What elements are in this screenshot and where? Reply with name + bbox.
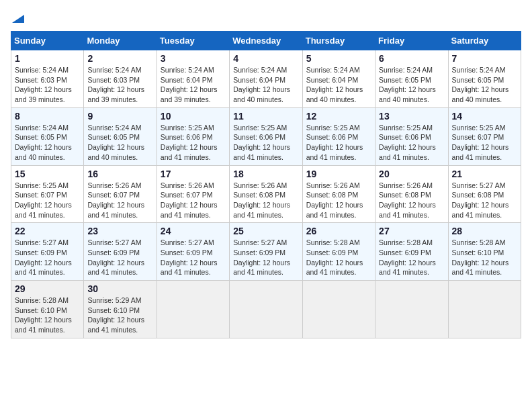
day-info: Sunrise: 5:28 AMSunset: 6:10 PMDaylight:… <box>15 295 80 335</box>
sunrise-text: Sunrise: 5:25 AM <box>233 124 287 132</box>
daylight-text: Daylight: 12 hours and 41 minutes. <box>452 201 509 219</box>
daylight-text: Daylight: 12 hours and 41 minutes. <box>161 259 218 277</box>
day-number: 18 <box>233 169 298 179</box>
sunrise-text: Sunrise: 5:29 AM <box>87 296 141 304</box>
weekday-header-sunday: Sunday <box>11 32 84 50</box>
calendar-cell: 12Sunrise: 5:25 AMSunset: 6:06 PMDayligh… <box>302 107 375 165</box>
daylight-text: Daylight: 12 hours and 41 minutes. <box>452 143 509 161</box>
day-number: 11 <box>233 111 298 122</box>
calendar-week-1: 1Sunrise: 5:24 AMSunset: 6:03 PMDaylight… <box>11 50 521 108</box>
day-info: Sunrise: 5:26 AMSunset: 6:07 PMDaylight:… <box>87 181 152 220</box>
sunset-text: Sunset: 6:06 PM <box>379 133 431 141</box>
day-number: 23 <box>87 226 152 236</box>
daylight-text: Daylight: 12 hours and 41 minutes. <box>233 201 290 219</box>
daylight-text: Daylight: 12 hours and 41 minutes. <box>15 259 72 277</box>
day-number: 13 <box>379 111 444 122</box>
calendar-week-3: 15Sunrise: 5:25 AMSunset: 6:07 PMDayligh… <box>11 165 521 223</box>
day-info: Sunrise: 5:24 AMSunset: 6:05 PMDaylight:… <box>15 123 80 163</box>
day-number: 21 <box>452 169 517 179</box>
day-info: Sunrise: 5:24 AMSunset: 6:05 PMDaylight:… <box>452 65 517 105</box>
daylight-text: Daylight: 12 hours and 41 minutes. <box>306 143 363 161</box>
weekday-header-saturday: Saturday <box>448 32 521 50</box>
sunset-text: Sunset: 6:08 PM <box>379 191 431 199</box>
day-info: Sunrise: 5:27 AMSunset: 6:09 PMDaylight:… <box>87 238 152 277</box>
calendar-cell: 15Sunrise: 5:25 AMSunset: 6:07 PMDayligh… <box>11 165 84 223</box>
calendar-cell: 4Sunrise: 5:24 AMSunset: 6:04 PMDaylight… <box>230 50 302 108</box>
sunrise-text: Sunrise: 5:24 AM <box>161 66 214 74</box>
daylight-text: Daylight: 12 hours and 41 minutes. <box>87 201 144 219</box>
day-number: 16 <box>87 169 152 179</box>
day-info: Sunrise: 5:27 AMSunset: 6:09 PMDaylight:… <box>233 238 298 277</box>
day-number: 29 <box>15 283 80 294</box>
calendar-week-2: 8Sunrise: 5:24 AMSunset: 6:05 PMDaylight… <box>11 107 521 165</box>
day-number: 19 <box>306 169 371 179</box>
calendar-cell <box>302 281 375 338</box>
calendar-cell: 10Sunrise: 5:25 AMSunset: 6:06 PMDayligh… <box>157 107 229 165</box>
daylight-text: Daylight: 12 hours and 41 minutes. <box>87 316 144 334</box>
day-info: Sunrise: 5:26 AMSunset: 6:07 PMDaylight:… <box>161 181 226 220</box>
day-number: 27 <box>379 226 444 236</box>
daylight-text: Daylight: 12 hours and 39 minutes. <box>15 85 72 103</box>
sunrise-text: Sunrise: 5:28 AM <box>15 296 69 304</box>
day-number: 24 <box>161 226 226 236</box>
sunset-text: Sunset: 6:08 PM <box>452 191 504 199</box>
day-number: 10 <box>161 111 226 122</box>
sunset-text: Sunset: 6:05 PM <box>379 76 431 84</box>
day-number: 28 <box>452 226 517 236</box>
weekday-header-thursday: Thursday <box>302 32 375 50</box>
calendar-cell: 2Sunrise: 5:24 AMSunset: 6:03 PMDaylight… <box>84 50 157 108</box>
day-number: 8 <box>15 111 80 122</box>
daylight-text: Daylight: 12 hours and 40 minutes. <box>233 85 290 103</box>
sunrise-text: Sunrise: 5:26 AM <box>87 181 141 189</box>
sunrise-text: Sunrise: 5:27 AM <box>233 238 287 246</box>
sunrise-text: Sunrise: 5:28 AM <box>452 238 506 246</box>
sunrise-text: Sunrise: 5:24 AM <box>87 124 141 132</box>
sunset-text: Sunset: 6:06 PM <box>161 133 213 141</box>
sunrise-text: Sunrise: 5:26 AM <box>379 181 433 189</box>
sunrise-text: Sunrise: 5:24 AM <box>452 66 506 74</box>
daylight-text: Daylight: 12 hours and 40 minutes. <box>452 85 509 103</box>
header <box>11 11 521 26</box>
calendar-week-4: 22Sunrise: 5:27 AMSunset: 6:09 PMDayligh… <box>11 223 521 281</box>
sunrise-text: Sunrise: 5:24 AM <box>233 66 287 74</box>
calendar-cell: 25Sunrise: 5:27 AMSunset: 6:09 PMDayligh… <box>230 223 302 281</box>
day-number: 5 <box>306 53 371 64</box>
sunset-text: Sunset: 6:10 PM <box>15 306 67 314</box>
daylight-text: Daylight: 12 hours and 41 minutes. <box>161 201 218 219</box>
weekday-header-tuesday: Tuesday <box>157 32 229 50</box>
day-number: 3 <box>161 53 226 64</box>
sunset-text: Sunset: 6:09 PM <box>233 248 285 257</box>
sunset-text: Sunset: 6:09 PM <box>306 248 359 257</box>
sunrise-text: Sunrise: 5:25 AM <box>306 124 360 132</box>
sunset-text: Sunset: 6:07 PM <box>87 191 140 199</box>
calendar-cell: 1Sunrise: 5:24 AMSunset: 6:03 PMDaylight… <box>11 50 84 108</box>
day-number: 25 <box>233 226 298 236</box>
day-info: Sunrise: 5:25 AMSunset: 6:07 PMDaylight:… <box>452 123 517 163</box>
day-number: 7 <box>452 53 517 64</box>
day-info: Sunrise: 5:27 AMSunset: 6:09 PMDaylight:… <box>161 238 226 277</box>
sunrise-text: Sunrise: 5:25 AM <box>161 124 214 132</box>
daylight-text: Daylight: 12 hours and 40 minutes. <box>87 143 144 161</box>
calendar-cell: 19Sunrise: 5:26 AMSunset: 6:08 PMDayligh… <box>302 165 375 223</box>
calendar-cell: 27Sunrise: 5:28 AMSunset: 6:09 PMDayligh… <box>375 223 448 281</box>
logo <box>11 11 24 26</box>
sunrise-text: Sunrise: 5:25 AM <box>379 124 433 132</box>
day-info: Sunrise: 5:28 AMSunset: 6:09 PMDaylight:… <box>379 238 444 277</box>
sunset-text: Sunset: 6:04 PM <box>306 76 359 84</box>
day-info: Sunrise: 5:25 AMSunset: 6:06 PMDaylight:… <box>306 123 371 163</box>
day-number: 9 <box>87 111 152 122</box>
sunrise-text: Sunrise: 5:24 AM <box>15 124 69 132</box>
sunset-text: Sunset: 6:06 PM <box>306 133 359 141</box>
sunrise-text: Sunrise: 5:25 AM <box>452 124 506 132</box>
daylight-text: Daylight: 12 hours and 41 minutes. <box>233 143 290 161</box>
day-info: Sunrise: 5:26 AMSunset: 6:08 PMDaylight:… <box>233 181 298 220</box>
sunrise-text: Sunrise: 5:26 AM <box>161 181 214 189</box>
calendar-cell: 3Sunrise: 5:24 AMSunset: 6:04 PMDaylight… <box>157 50 229 108</box>
day-number: 4 <box>233 53 298 64</box>
sunrise-text: Sunrise: 5:26 AM <box>306 181 360 189</box>
daylight-text: Daylight: 12 hours and 41 minutes. <box>15 201 72 219</box>
daylight-text: Daylight: 12 hours and 41 minutes. <box>306 201 363 219</box>
sunset-text: Sunset: 6:10 PM <box>87 306 140 314</box>
daylight-text: Daylight: 12 hours and 41 minutes. <box>87 259 144 277</box>
daylight-text: Daylight: 12 hours and 41 minutes. <box>379 201 436 219</box>
